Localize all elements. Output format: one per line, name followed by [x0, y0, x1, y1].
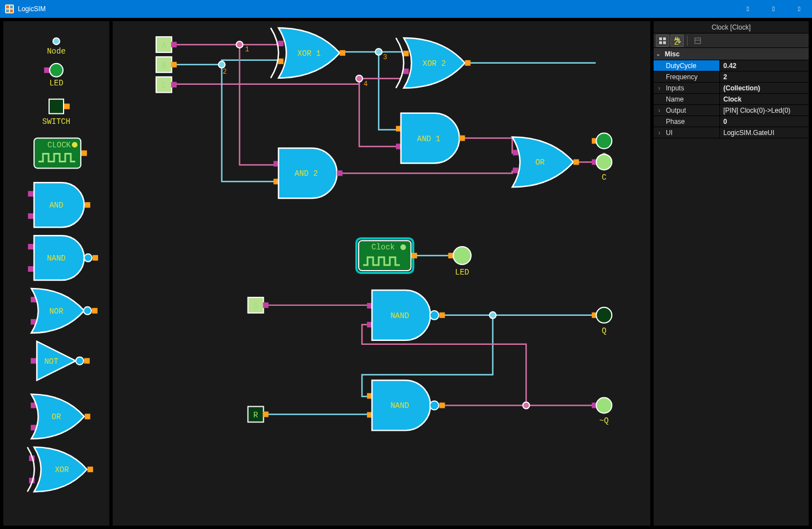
property-row-name[interactable]: NameClock [654, 94, 809, 105]
maximize-button[interactable]:  [761, 0, 786, 18]
property-value[interactable]: 0 [719, 116, 809, 127]
canvas-led-Q[interactable]: Q [592, 307, 612, 335]
canvas-node-3[interactable]: 3 [375, 49, 387, 61]
canvas-node-1[interactable]: 1 [236, 41, 249, 54]
minimize-button[interactable]:  [735, 0, 761, 18]
canvas-gate-and2[interactable]: AND 2 [273, 148, 342, 198]
canvas-gate-nand-top[interactable]: NAND [367, 290, 445, 340]
property-row-inputs[interactable]: Inputs(Collection) [654, 83, 809, 94]
canvas-node-nq[interactable] [523, 402, 529, 408]
property-row-phase[interactable]: Phase0 [654, 116, 809, 127]
categorize-button[interactable] [656, 35, 669, 47]
property-value[interactable]: 2 [719, 71, 809, 82]
close-button[interactable]:  [786, 0, 812, 18]
svg-text:NAND: NAND [390, 311, 409, 320]
svg-point-58 [596, 307, 612, 323]
palette-item-node[interactable]: Node [47, 38, 66, 56]
canvas-node-q[interactable] [490, 312, 496, 319]
property-toolbar: AZ [654, 33, 809, 48]
svg-text:XOR 2: XOR 2 [423, 59, 446, 68]
canvas-clock[interactable]: Clock [356, 238, 417, 273]
property-value[interactable]: (Collection) [719, 83, 809, 93]
svg-point-50 [453, 247, 471, 264]
property-row-output[interactable]: Output[PIN] Clock(0)->Led(0) [654, 105, 809, 116]
svg-text:AND 2: AND 2 [294, 169, 318, 178]
property-value[interactable]: Clock [719, 94, 809, 104]
svg-text:Clock: Clock [371, 243, 395, 252]
canvas-led-clock[interactable]: LED [448, 247, 471, 277]
sort-button[interactable]: AZ [670, 35, 684, 47]
svg-text:~Q: ~Q [600, 416, 609, 425]
property-key: Output [654, 105, 719, 116]
svg-text:SWITCH: SWITCH [42, 117, 70, 126]
svg-rect-3 [6, 9, 9, 12]
property-value[interactable]: 0.42 [719, 60, 809, 71]
svg-rect-62 [659, 37, 662, 40]
svg-text:XOR: XOR [55, 465, 69, 474]
canvas-switch-S[interactable]: S [248, 297, 269, 313]
titlebar[interactable]: LogicSIM    [0, 0, 812, 18]
palette-item-xor[interactable]: XOR [27, 447, 93, 492]
svg-text:LED: LED [455, 268, 469, 277]
client-area: Node LED SWITCH CLOCK AND NAND [0, 18, 812, 529]
svg-point-8 [50, 64, 63, 77]
svg-text:3: 3 [383, 54, 387, 61]
component-palette: Node LED SWITCH CLOCK AND NAND [3, 21, 109, 526]
svg-rect-2 [10, 6, 13, 8]
palette-item-clock[interactable]: CLOCK [34, 138, 87, 169]
property-key: DutyCycle [654, 60, 719, 71]
canvas-gate-or[interactable]: OR [512, 137, 579, 187]
svg-point-20 [76, 357, 84, 365]
svg-point-42 [596, 133, 612, 149]
property-row-frequency[interactable]: Frequency2 [654, 71, 809, 83]
property-panel: Clock [Clock] AZ ⌄ Misc DutyCycle0.42Fre… [654, 21, 809, 526]
canvas-gate-and1[interactable]: AND 1 [396, 113, 465, 163]
canvas-switch-A[interactable]: A [156, 37, 177, 52]
svg-text:C: C [162, 81, 166, 90]
canvas-node-2[interactable]: 2 [219, 61, 227, 76]
palette-item-and[interactable]: AND [28, 182, 90, 227]
property-key: UI [654, 127, 719, 138]
svg-text:S: S [253, 302, 258, 311]
palette-item-led[interactable]: LED [44, 64, 64, 88]
canvas-switch-C[interactable]: C [156, 77, 177, 93]
svg-point-18 [84, 307, 91, 315]
palette-item-or[interactable]: OR [31, 395, 90, 439]
palette-item-nor[interactable]: NOR [31, 288, 98, 333]
property-category-label: Misc [665, 50, 680, 58]
svg-text:NOR: NOR [49, 307, 64, 316]
palette-item-not[interactable]: NOT [31, 342, 90, 381]
svg-text:LED: LED [49, 79, 63, 88]
canvas-led-notQ[interactable]: ~Q [592, 398, 612, 426]
canvas-gate-xor2[interactable]: XOR 2 [396, 38, 471, 88]
svg-text:R: R [253, 411, 258, 420]
window-controls:    [735, 0, 812, 18]
property-value[interactable]: [PIN] Clock(0)->Led(0) [719, 105, 809, 116]
svg-text:OR: OR [535, 158, 545, 167]
property-category[interactable]: ⌄ Misc [654, 48, 809, 60]
canvas-switch-B[interactable]: B [156, 57, 177, 73]
svg-rect-1 [6, 6, 9, 8]
svg-text:B: B [162, 61, 166, 70]
property-pages-button[interactable] [691, 35, 704, 47]
canvas-switch-R[interactable]: R [248, 406, 269, 422]
palette-item-nand[interactable]: NAND [28, 235, 98, 280]
svg-text:NAND: NAND [47, 254, 66, 263]
property-row-dutycycle[interactable]: DutyCycle0.42 [654, 60, 809, 71]
svg-point-49 [400, 244, 406, 250]
property-value[interactable]: LogicSIM.GateUI [719, 127, 809, 138]
property-key: Inputs [654, 83, 719, 93]
svg-text:XOR 1: XOR 1 [297, 49, 321, 58]
circuit-canvas[interactable]: A B C 1 2 3 4 XOR 1 XOR [113, 21, 650, 526]
svg-point-60 [596, 398, 612, 413]
canvas-node-4[interactable]: 4 [356, 75, 368, 88]
svg-text:1: 1 [245, 46, 249, 54]
canvas-gate-xor1[interactable]: XOR 1 [270, 28, 345, 78]
canvas-gate-nand-bot[interactable]: NAND [367, 381, 445, 431]
svg-point-56 [430, 401, 439, 410]
palette-item-switch[interactable]: SWITCH [42, 99, 70, 126]
property-row-ui[interactable]: UILogicSIM.GateUI [654, 127, 809, 138]
svg-rect-68 [695, 38, 700, 44]
canvas-led-C[interactable]: C [592, 154, 612, 182]
svg-text:Z: Z [674, 38, 679, 45]
